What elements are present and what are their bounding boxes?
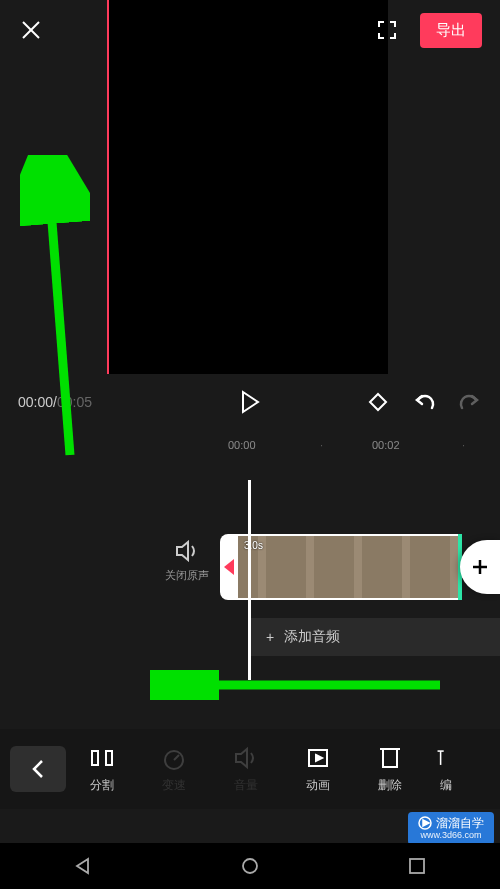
nav-back-button[interactable]	[69, 852, 97, 880]
tool-label: 编	[440, 777, 452, 794]
svg-marker-12	[236, 749, 247, 767]
tool-label: 分割	[90, 777, 114, 794]
square-recent-icon	[407, 856, 427, 876]
video-clip[interactable]: 3.0s	[238, 534, 458, 600]
undo-button[interactable]	[412, 390, 436, 414]
add-audio-label: 添加音频	[284, 628, 340, 646]
mute-label: 关闭原声	[165, 568, 209, 583]
svg-marker-4	[177, 542, 188, 560]
fullscreen-button[interactable]	[374, 17, 400, 43]
bottom-toolbar: 分割 变速 音量 动画 删除 编	[0, 729, 500, 809]
svg-point-22	[243, 859, 257, 873]
clip-handle-left[interactable]	[220, 534, 238, 600]
svg-rect-8	[92, 751, 98, 765]
clip-duration: 3.0s	[244, 540, 263, 551]
keyframe-icon	[367, 391, 389, 413]
total-time: 00:05	[57, 394, 92, 410]
circle-home-icon	[240, 856, 260, 876]
play-button[interactable]	[236, 388, 264, 416]
svg-rect-15	[383, 749, 397, 767]
watermark-url: www.3d66.com	[420, 830, 481, 841]
close-icon	[20, 19, 42, 41]
nav-home-button[interactable]	[236, 852, 264, 880]
playhead[interactable]	[248, 480, 251, 680]
handle-left-icon	[224, 559, 234, 575]
top-bar: 导出	[0, 0, 500, 60]
tool-split[interactable]: 分割	[66, 745, 138, 794]
ruler-label: 00:00	[228, 439, 256, 451]
volume-icon	[233, 745, 259, 771]
undo-icon	[412, 392, 436, 412]
svg-rect-9	[106, 751, 112, 765]
tool-label: 删除	[378, 777, 402, 794]
video-clip-track: 3.0s	[220, 534, 500, 600]
triangle-back-icon	[73, 856, 93, 876]
timeline-ruler: 00:00 · 00:02 ·	[0, 430, 500, 460]
plus-icon	[470, 557, 490, 577]
keyframe-button[interactable]	[366, 390, 390, 414]
speed-icon	[161, 745, 187, 771]
timeline-area[interactable]: 关闭原声 3.0s + 添加音频	[0, 490, 500, 690]
svg-marker-5	[224, 559, 234, 575]
tool-delete[interactable]: 删除	[354, 745, 426, 794]
svg-marker-14	[316, 755, 322, 761]
android-navbar	[0, 843, 500, 889]
watermark-badge: 溜溜自学 www.3d66.com	[408, 812, 494, 845]
redo-button[interactable]	[458, 390, 482, 414]
toolbar-back-button[interactable]	[10, 746, 66, 792]
nav-recent-button[interactable]	[403, 852, 431, 880]
split-icon	[89, 745, 115, 771]
ruler-tick: ·	[462, 439, 465, 451]
tool-volume: 音量	[210, 745, 282, 794]
close-button[interactable]	[18, 17, 44, 43]
speaker-icon	[175, 540, 199, 562]
animation-icon	[305, 745, 331, 771]
svg-marker-2	[243, 392, 258, 412]
tool-label: 动画	[306, 777, 330, 794]
export-button[interactable]: 导出	[420, 13, 482, 48]
svg-marker-21	[77, 859, 88, 873]
watermark-title: 溜溜自学	[436, 816, 484, 830]
svg-marker-20	[423, 820, 429, 826]
chevron-left-icon	[31, 759, 45, 779]
add-audio-button[interactable]: + 添加音频	[250, 618, 500, 656]
ruler-tick: ·	[320, 439, 323, 451]
fullscreen-icon	[376, 19, 398, 41]
plus-icon: +	[266, 629, 274, 645]
tool-label: 音量	[234, 777, 258, 794]
current-time: 00:00	[18, 394, 53, 410]
tool-animation[interactable]: 动画	[282, 745, 354, 794]
edit-icon	[436, 745, 456, 771]
svg-point-10	[165, 751, 183, 769]
ruler-label: 00:02	[372, 439, 400, 451]
play-icon	[240, 390, 260, 414]
delete-icon	[377, 745, 403, 771]
play-circle-icon	[418, 816, 432, 830]
tool-edit[interactable]: 编	[426, 745, 466, 794]
tool-speed: 变速	[138, 745, 210, 794]
time-display: 00:00/00:05	[18, 394, 92, 410]
redo-icon	[458, 392, 482, 412]
playback-bar: 00:00/00:05	[0, 380, 500, 424]
tool-label: 变速	[162, 777, 186, 794]
svg-rect-23	[410, 859, 424, 873]
svg-marker-3	[370, 394, 386, 410]
mute-original-button[interactable]: 关闭原声	[165, 540, 209, 583]
svg-line-11	[174, 755, 179, 760]
